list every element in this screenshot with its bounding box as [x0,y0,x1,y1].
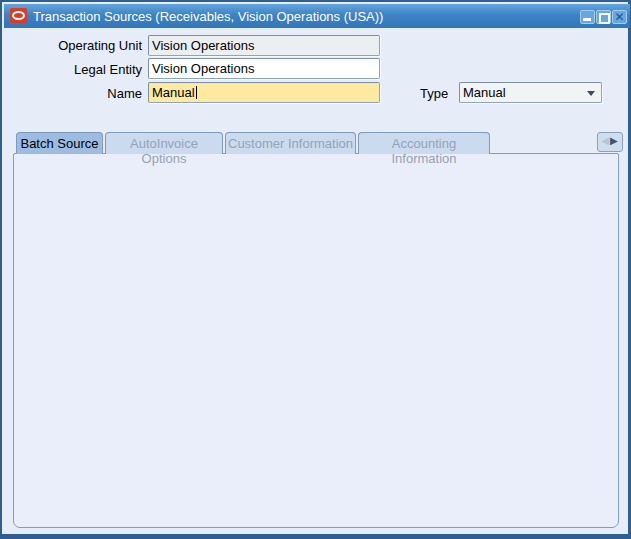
window-title: Transaction Sources (Receivables, Vision… [33,9,383,24]
name-label: Name [2,86,142,101]
close-icon: ✕ [613,10,626,24]
tab-accounting-information[interactable]: Accounting Information [358,132,490,154]
title-bar[interactable]: Transaction Sources (Receivables, Vision… [4,4,630,28]
type-label: Type [420,86,448,101]
transaction-sources-window: Transaction Sources (Receivables, Vision… [0,0,631,539]
name-field[interactable]: Manual [148,82,380,103]
dropdown-arrow-icon [587,91,595,96]
operating-unit-field[interactable]: Vision Operations [148,35,380,56]
tab-batch-source[interactable]: Batch Source [16,132,103,154]
legal-entity-label: Legal Entity [2,62,142,77]
legal-entity-field[interactable]: Vision Operations [148,58,380,79]
batch-source-panel [13,153,619,528]
operating-unit-label: Operating Unit [2,38,142,53]
maximize-button[interactable] [596,10,611,24]
tab-scroll-button[interactable]: ◀▶ [597,132,623,152]
close-button[interactable]: ✕ [612,10,627,24]
tab-scroll-left-icon: ◀ [601,135,610,146]
tab-scroll-right-icon: ▶ [610,135,619,146]
text-caret [196,86,197,99]
tab-autoinvoice-options[interactable]: AutoInvoice Options [105,132,223,154]
tab-customer-information[interactable]: Customer Information [225,132,356,154]
minimize-button[interactable] [580,10,595,24]
type-dropdown[interactable]: Manual [459,82,602,103]
oracle-logo-icon [10,8,27,23]
